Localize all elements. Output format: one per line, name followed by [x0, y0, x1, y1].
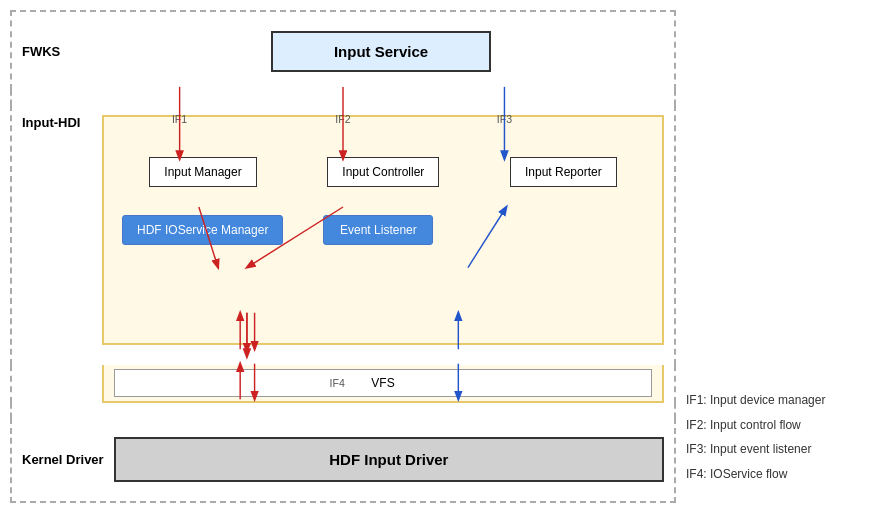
fwks-layer: FWKS Input Service [10, 10, 676, 90]
fwks-label: FWKS [22, 44, 92, 59]
main-container: FWKS Input Service Input-HDI Input Manag… [0, 0, 896, 513]
kernel-label: Kernel Driver [22, 452, 104, 467]
hdi-middle-row: HDF IOService Manager Event Listener [114, 207, 652, 253]
connector-zone [10, 90, 676, 105]
input-manager-box: Input Manager [149, 157, 256, 187]
hdi-inner: Input Manager Input Controller Input Rep… [102, 115, 664, 345]
legend: IF1: Input device manager IF2: Input con… [686, 10, 886, 503]
legend-if3: IF3: Input event listener [686, 441, 886, 458]
input-service-box: Input Service [271, 31, 491, 72]
input-controller-box: Input Controller [327, 157, 439, 187]
event-listener-box: Event Listener [323, 215, 433, 245]
vfs-box: VFS [114, 369, 652, 397]
vfs-container: VFS [102, 365, 664, 403]
hdi-layer: Input-HDI Input Manager Input Controller… [10, 105, 676, 365]
hdf-ioservice-box: HDF IOService Manager [122, 215, 283, 245]
if4-zone [10, 403, 676, 418]
legend-if2: IF2: Input control flow [686, 417, 886, 434]
input-reporter-box: Input Reporter [510, 157, 617, 187]
hdi-top-row: Input Manager Input Controller Input Rep… [114, 157, 652, 187]
legend-if4: IF4: IOService flow [686, 466, 886, 483]
diagram-layer-stack: FWKS Input Service Input-HDI Input Manag… [10, 10, 676, 503]
legend-if1: IF1: Input device manager [686, 392, 886, 409]
hdi-label: Input-HDI [22, 115, 92, 130]
fwks-content: Input Service [108, 31, 654, 72]
hdf-input-box: HDF Input Driver [114, 437, 664, 482]
vfs-row: VFS [10, 365, 676, 403]
kernel-layer: Kernel Driver HDF Input Driver [10, 418, 676, 503]
